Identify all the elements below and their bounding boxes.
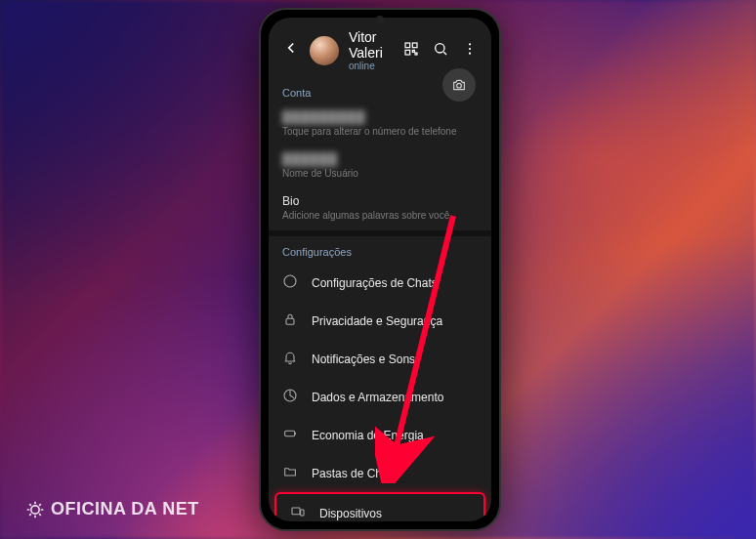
settings-item-label: Configurações de Chats — [312, 276, 438, 290]
bell-icon — [282, 350, 298, 368]
phone-item[interactable]: █████████ Toque para alterar o número de… — [269, 104, 491, 146]
user-status: online — [349, 61, 403, 71]
svg-point-10 — [284, 275, 296, 287]
svg-rect-3 — [412, 50, 414, 52]
svg-point-17 — [31, 505, 39, 513]
phone-value: █████████ — [282, 110, 478, 124]
settings-item-data[interactable]: Dados e Armazenamento — [269, 378, 491, 416]
avatar[interactable] — [310, 36, 339, 65]
settings-section-header: Configurações — [269, 236, 491, 264]
highlight-annotation: Dispositivos — [274, 492, 485, 521]
search-icon[interactable] — [433, 41, 448, 61]
username-item[interactable]: ██████ Nome de Usuário — [269, 146, 491, 188]
lock-icon — [282, 311, 298, 330]
change-photo-button[interactable] — [442, 68, 476, 102]
svg-rect-15 — [301, 510, 304, 516]
svg-rect-14 — [292, 508, 300, 515]
svg-point-6 — [469, 43, 471, 45]
svg-rect-11 — [286, 318, 294, 324]
svg-point-7 — [469, 47, 471, 49]
camera-notch — [376, 16, 384, 23]
settings-item-privacy[interactable]: Privacidade e Segurança — [269, 302, 491, 340]
settings-item-notifications[interactable]: Notificações e Sons — [269, 340, 491, 378]
back-button[interactable] — [282, 39, 300, 62]
app-screen: Vitor Valeri online — [269, 18, 491, 521]
user-name: Vitor Valeri — [349, 29, 403, 61]
settings-item-label: Dispositivos — [319, 507, 382, 520]
svg-rect-0 — [405, 43, 410, 48]
settings-item-label: Pastas de Chat — [312, 467, 392, 480]
settings-item-battery[interactable]: Economia de Energia — [269, 416, 491, 454]
more-icon[interactable] — [462, 41, 478, 61]
devices-icon — [290, 504, 306, 521]
phone-frame: Vitor Valeri online — [259, 8, 501, 531]
bio-item[interactable]: Bio Adicione algumas palavras sobre você — [269, 188, 491, 230]
phone-subtitle: Toque para alterar o número de telefone — [282, 126, 478, 137]
settings-item-devices[interactable]: Dispositivos — [276, 494, 483, 521]
settings-item-folders[interactable]: Pastas de Chat — [269, 454, 491, 492]
battery-icon — [282, 426, 298, 444]
qr-icon[interactable] — [403, 41, 419, 61]
folder-icon — [282, 464, 298, 482]
svg-rect-13 — [285, 431, 295, 435]
data-icon — [282, 388, 298, 406]
watermark-text: OFICINA DA NET — [51, 499, 199, 519]
settings-item-label: Economia de Energia — [312, 429, 424, 442]
username-subtitle: Nome de Usuário — [282, 168, 478, 179]
chat-icon — [282, 273, 298, 292]
svg-point-9 — [457, 83, 462, 88]
svg-rect-4 — [415, 53, 417, 55]
svg-rect-1 — [412, 43, 417, 48]
username-value: ██████ — [282, 152, 478, 166]
settings-item-label: Privacidade e Segurança — [312, 314, 442, 328]
settings-item-chats[interactable]: Configurações de Chats — [269, 264, 491, 302]
watermark: OFICINA DA NET — [25, 499, 199, 519]
settings-list: Configurações de Chats Privacidade e Seg… — [269, 264, 491, 521]
settings-item-label: Notificações e Sons — [312, 352, 415, 366]
bio-label: Bio — [282, 194, 478, 208]
svg-point-8 — [469, 52, 471, 54]
svg-rect-2 — [405, 50, 410, 55]
settings-item-label: Dados e Armazenamento — [312, 391, 443, 404]
svg-point-5 — [436, 43, 444, 52]
bio-subtitle: Adicione algumas palavras sobre você — [282, 210, 478, 221]
